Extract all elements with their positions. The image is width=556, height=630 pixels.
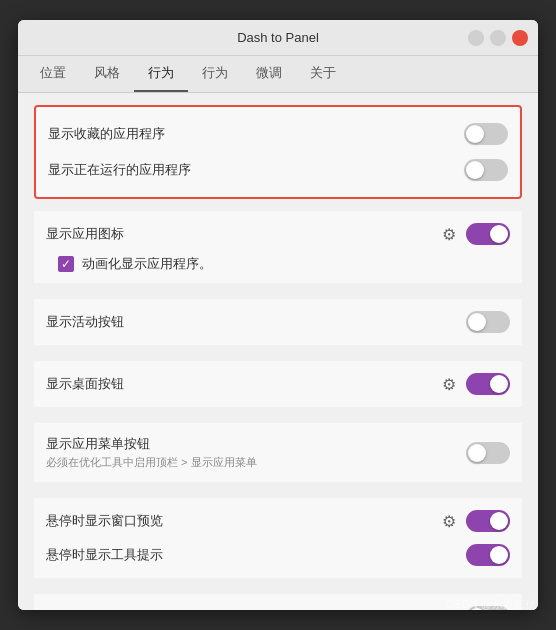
app-icon-section: 显示应用图标 ⚙ ✓ 动画化显示应用程序。 — [34, 211, 522, 283]
show-desktop-button-label: 显示桌面按钮 — [46, 375, 124, 393]
active-button-section: 显示活动按钮 — [34, 299, 522, 345]
watermark: CSDN @东方忘优 — [447, 597, 536, 612]
animate-apps-label: 动画化显示应用程序。 — [82, 255, 212, 273]
desktop-button-controls: ⚙ — [440, 373, 510, 395]
desktop-button-toggle[interactable] — [466, 373, 510, 395]
titlebar-controls: — □ ✕ — [468, 30, 528, 46]
app-menu-controls — [466, 442, 510, 464]
settings-content: 显示收藏的应用程序 显示正在运行的应用程序 显示应用图标 ⚙ ✓ — [18, 93, 538, 610]
animate-apps-row: ✓ 动画化显示应用程序。 — [46, 251, 510, 277]
window-preview-gear-icon[interactable]: ⚙ — [440, 512, 458, 530]
highlighted-section: 显示收藏的应用程序 显示正在运行的应用程序 — [34, 105, 522, 199]
show-favorite-apps-label: 显示收藏的应用程序 — [48, 125, 165, 143]
main-window: Dash to Panel — □ ✕ 位置 风格 行为 行为 微调 关于 显示… — [18, 20, 538, 610]
gap-1 — [34, 291, 522, 299]
window-preview-toggle[interactable] — [466, 510, 510, 532]
show-favorite-apps-toggle[interactable] — [464, 123, 508, 145]
show-active-button-row: 显示活动按钮 — [46, 305, 510, 339]
show-app-icon-label: 显示应用图标 — [46, 225, 124, 243]
show-desktop-button-row: 显示桌面按钮 ⚙ — [46, 367, 510, 401]
show-running-apps-row: 显示正在运行的应用程序 — [48, 153, 508, 187]
close-button[interactable]: ✕ — [512, 30, 528, 46]
show-favorite-apps-row: 显示收藏的应用程序 — [48, 117, 508, 151]
show-app-menu-label: 显示应用菜单按钮 — [46, 435, 257, 453]
app-menu-label-group: 显示应用菜单按钮 必须在优化工具中启用顶栏 > 显示应用菜单 — [46, 435, 257, 470]
tab-bar: 位置 风格 行为 行为 微调 关于 — [18, 56, 538, 93]
minimize-button[interactable]: — — [468, 30, 484, 46]
gap-4 — [34, 490, 522, 498]
tab-position[interactable]: 位置 — [26, 56, 80, 92]
animate-apps-checkbox[interactable]: ✓ — [58, 256, 74, 272]
show-active-button-label: 显示活动按钮 — [46, 313, 124, 331]
show-window-preview-row: 悬停时显示窗口预览 ⚙ — [46, 504, 510, 538]
window-preview-section: 悬停时显示窗口预览 ⚙ 悬停时显示工具提示 — [34, 498, 522, 578]
show-window-preview-label: 悬停时显示窗口预览 — [46, 512, 163, 530]
isolate-workspace-row: 隔离工作区 — [46, 600, 510, 610]
titlebar: Dash to Panel — □ ✕ — [18, 20, 538, 56]
tooltip-toggle[interactable] — [466, 544, 510, 566]
show-app-menu-sublabel: 必须在优化工具中启用顶栏 > 显示应用菜单 — [46, 455, 257, 470]
app-icon-controls: ⚙ — [440, 223, 510, 245]
desktop-button-gear-icon[interactable]: ⚙ — [440, 375, 458, 393]
active-button-controls — [466, 311, 510, 333]
app-icon-gear-icon[interactable]: ⚙ — [440, 225, 458, 243]
gap-5 — [34, 586, 522, 594]
maximize-button[interactable]: □ — [490, 30, 506, 46]
window-title: Dash to Panel — [88, 30, 468, 45]
tab-behavior[interactable]: 行为 — [134, 56, 188, 92]
gap-2 — [34, 353, 522, 361]
window-preview-controls: ⚙ — [440, 510, 510, 532]
app-icon-toggle[interactable] — [466, 223, 510, 245]
show-running-apps-toggle[interactable] — [464, 159, 508, 181]
tab-style[interactable]: 风格 — [80, 56, 134, 92]
active-button-toggle[interactable] — [466, 311, 510, 333]
tab-fine-tune[interactable]: 微调 — [242, 56, 296, 92]
app-menu-section: 显示应用菜单按钮 必须在优化工具中启用顶栏 > 显示应用菜单 — [34, 423, 522, 482]
show-tooltip-row: 悬停时显示工具提示 — [46, 538, 510, 572]
tab-behavior2[interactable]: 行为 — [188, 56, 242, 92]
show-app-icon-row: 显示应用图标 ⚙ — [46, 217, 510, 251]
isolate-workspace-label: 隔离工作区 — [46, 608, 111, 610]
show-running-apps-label: 显示正在运行的应用程序 — [48, 161, 191, 179]
gap-3 — [34, 415, 522, 423]
desktop-button-section: 显示桌面按钮 ⚙ — [34, 361, 522, 407]
show-app-menu-row: 显示应用菜单按钮 必须在优化工具中启用顶栏 > 显示应用菜单 — [46, 429, 510, 476]
show-tooltip-label: 悬停时显示工具提示 — [46, 546, 163, 564]
tab-about[interactable]: 关于 — [296, 56, 350, 92]
tooltip-controls — [466, 544, 510, 566]
app-menu-toggle[interactable] — [466, 442, 510, 464]
